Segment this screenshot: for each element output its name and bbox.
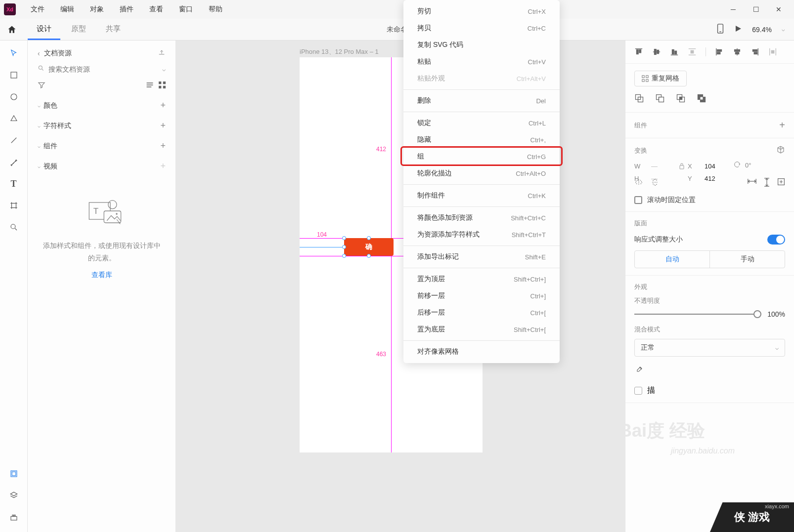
minimize-button[interactable]: ─ [722,1,745,17]
rectangle-tool-icon[interactable] [7,68,21,82]
polygon-tool-icon[interactable] [7,112,21,125]
responsive-v-icon[interactable] [763,178,770,189]
canvas-button-element[interactable]: 确 [344,238,394,256]
boolean-intersect-icon[interactable] [676,93,686,105]
x-value[interactable]: 104 [705,163,734,170]
menu-edit[interactable]: 编辑 [53,3,81,16]
add-video-icon[interactable]: + [160,161,166,171]
artboard-tool-icon[interactable] [7,199,21,212]
tab-design[interactable]: 设计 [28,19,60,40]
align-top-icon[interactable] [634,47,643,56]
tab-prototype[interactable]: 原型 [62,19,95,40]
menu-plugins[interactable]: 插件 [113,3,140,16]
context-menu-item[interactable]: 为资源添加字符样式Shift+Ctrl+T [403,226,560,243]
blend-mode-select[interactable]: 正常⌵ [634,339,785,357]
home-icon[interactable] [0,25,24,35]
flip-v-icon[interactable] [651,178,659,189]
y-value[interactable]: 412 [705,175,734,182]
boolean-add-icon[interactable] [634,93,644,105]
zoom-tool-icon[interactable] [7,220,21,234]
rotation-value[interactable]: 0° [745,162,751,169]
section-video[interactable]: ⌵视频+ [28,156,176,176]
context-menu-item[interactable]: 置为顶层Shift+Ctrl+] [403,271,560,287]
3d-icon[interactable] [776,145,785,156]
context-menu-item[interactable]: 复制 SVG 代码 [403,37,560,53]
zoom-level[interactable]: 69.4% [752,26,772,34]
view-library-link[interactable]: 查看库 [43,269,161,281]
boolean-subtract-icon[interactable] [655,93,665,105]
context-menu-item[interactable]: 组Ctrl+G [403,148,560,165]
search-input[interactable] [48,65,158,73]
menu-help[interactable]: 帮助 [202,3,229,16]
menu-object[interactable]: 对象 [83,3,111,16]
close-button[interactable]: ✕ [767,1,790,17]
align-bottom-icon[interactable] [670,47,679,56]
context-menu-item[interactable]: 将颜色添加到资源Shift+Ctrl+C [403,209,560,226]
responsive-h-icon[interactable] [748,178,756,189]
opacity-slider[interactable] [634,314,761,315]
list-view-icon[interactable] [146,82,154,90]
tab-share[interactable]: 共享 [97,19,130,40]
boolean-exclude-icon[interactable] [697,93,706,105]
flip-h-icon[interactable] [634,178,643,188]
add-component-icon[interactable]: + [160,141,166,151]
section-components[interactable]: ⌵组件+ [28,136,176,156]
selection-handle[interactable] [367,236,371,240]
context-menu-item[interactable]: 锁定Ctrl+L [403,115,560,131]
rotate-icon[interactable] [733,161,741,170]
search-chevron-icon[interactable]: ⌵ [162,66,166,73]
layers-icon[interactable] [7,489,21,502]
selection-handle[interactable] [342,254,346,258]
context-menu-item[interactable]: 删除Del [403,92,560,109]
select-tool-icon[interactable] [7,46,21,60]
align-left-icon[interactable] [715,47,724,56]
context-menu-item[interactable]: 前移一层Ctrl+] [403,287,560,304]
device-preview-icon[interactable] [716,24,724,36]
lock-aspect-icon[interactable] [679,163,685,171]
section-colors[interactable]: ⌵颜色+ [28,95,176,116]
context-menu-item[interactable]: 对齐像素网格 [403,343,560,360]
add-color-icon[interactable]: + [160,100,166,111]
menu-window[interactable]: 窗口 [172,3,200,16]
section-char-styles[interactable]: ⌵字符样式+ [28,116,176,136]
resize-mode-segment[interactable]: 自动 手动 [634,250,785,268]
artboard-label[interactable]: iPhone 13、12 Pro Max – 1 [300,47,379,56]
plugins-panel-icon[interactable] [7,510,21,524]
menu-view[interactable]: 查看 [142,3,170,16]
context-menu-item[interactable]: 轮廓化描边Ctrl+Alt+O [403,165,560,182]
play-icon[interactable] [734,25,742,35]
border-swatch[interactable] [634,387,642,395]
responsive-both-icon[interactable] [777,178,785,189]
distribute-h-icon[interactable] [768,47,777,56]
eyedropper-icon[interactable] [634,366,643,376]
distribute-v-icon[interactable] [688,47,697,56]
align-right-icon[interactable] [750,47,759,56]
maximize-button[interactable]: ☐ [745,1,767,17]
context-menu-item[interactable]: 添加导出标记Shift+E [403,248,560,265]
context-menu-item[interactable]: 拷贝Ctrl+C [403,20,560,37]
text-tool-icon[interactable]: T [7,177,21,191]
zoom-chevron-icon[interactable]: ⌵ [782,26,785,33]
context-menu-item[interactable]: 制作组件Ctrl+K [403,187,560,204]
add-style-icon[interactable]: + [160,121,166,131]
filter-icon[interactable] [38,82,45,90]
grid-view-icon[interactable] [159,82,166,90]
opacity-value[interactable]: 100% [767,310,785,318]
selection-handle[interactable] [342,245,346,249]
context-menu-item[interactable]: 剪切Ctrl+X [403,3,560,20]
context-menu-item[interactable]: 粘贴Ctrl+V [403,53,560,70]
selection-handle[interactable] [342,236,346,240]
pen-tool-icon[interactable] [7,155,21,169]
seg-manual[interactable]: 手动 [710,251,785,268]
context-menu-item[interactable]: 隐藏Ctrl+, [403,131,560,148]
context-menu-item[interactable]: 置为底层Shift+Ctrl+[ [403,321,560,338]
align-hcenter-icon[interactable] [733,47,742,56]
repeat-grid-button[interactable]: 重复网格 [634,71,687,86]
back-icon[interactable]: ‹ [38,49,40,57]
menu-file[interactable]: 文件 [24,3,51,16]
align-vcenter-icon[interactable] [652,47,661,56]
context-menu-item[interactable]: 后移一层Ctrl+[ [403,304,560,321]
libraries-icon[interactable] [7,467,21,481]
ellipse-tool-icon[interactable] [7,90,21,104]
add-component-button[interactable]: + [779,120,785,131]
